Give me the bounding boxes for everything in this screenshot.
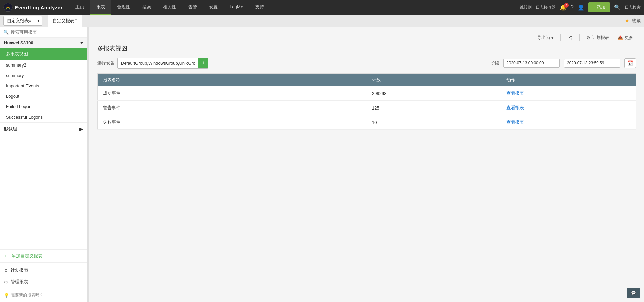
nav-menu: 主页 报表 合规性 搜索 相关性 告警 设置 LogMe 支持 — [69, 0, 520, 15]
report-table: 报表名称 计数 动作 成功事件 299298 查看报表 警告事件 125 — [97, 73, 636, 130]
nav-home[interactable]: 主页 — [69, 0, 90, 15]
export-label: 导出为 — [537, 35, 550, 41]
nav-reports[interactable]: 报表 — [90, 0, 111, 15]
sidebar-item-label: Logout — [6, 94, 19, 99]
date-from-input[interactable] — [503, 59, 560, 68]
sidebar-item-label: Failed Logon — [6, 104, 31, 109]
schedule-report-label: 计划报表 — [11, 267, 28, 273]
nav-correlation[interactable]: 相关性 — [157, 0, 182, 15]
export-icon: 📤 — [618, 35, 623, 40]
period-label: 阶段 — [491, 60, 499, 66]
view-report-link-0[interactable]: 查看报表 — [506, 91, 524, 96]
sidebar-item-successful-logons[interactable]: Successful Logons — [0, 112, 87, 122]
nav-logme[interactable]: LogMe — [224, 0, 249, 15]
secondary-bar: 自定义报表# ▾ 自定义报表# ★ 收藏 — [0, 15, 644, 27]
tip-label: 需要新的报表吗？ — [11, 292, 43, 298]
sidebar-section-huawei[interactable]: Huawei S3100 ▾ — [0, 38, 87, 48]
view-report-link-1[interactable]: 查看报表 — [506, 105, 524, 110]
sidebar-item-failed-logon[interactable]: Failed Logon — [0, 101, 87, 112]
page-title: 多报表视图 — [97, 44, 636, 52]
user-icon[interactable]: 👤 — [578, 4, 584, 11]
sidebar-item-logout[interactable]: Logout — [0, 91, 87, 101]
row-count: 125 — [367, 101, 501, 115]
date-to-input[interactable] — [564, 59, 620, 68]
jump-to-link[interactable]: 跳转到 — [520, 5, 532, 10]
logo[interactable]: EventLog Analyzer — [3, 3, 63, 12]
device-label: 选择设备 — [97, 60, 115, 66]
add-custom-report-link[interactable]: + + 添加自定义报表 — [4, 253, 83, 259]
sidebar-item-label: 多报表视图 — [6, 51, 28, 56]
main-layout: 🔍 Huawei S3100 ▾ 多报表视图 summary2 summary … — [0, 27, 644, 302]
schedule-label: 计划报表 — [592, 35, 609, 41]
table-row: 成功事件 299298 查看报表 — [98, 86, 636, 101]
top-navigation: EventLog Analyzer 主页 报表 合规性 搜索 相关性 告警 设置… — [0, 0, 644, 15]
toolbar-right: 阶段 📅 — [491, 58, 636, 68]
table-row: 失败事件 10 查看报表 — [98, 115, 636, 130]
row-action: 查看报表 — [501, 115, 636, 130]
log-search-label[interactable]: 日志搜索 — [625, 5, 641, 10]
plus-icon: + — [4, 254, 7, 259]
device-input-area: + — [117, 58, 208, 69]
col-count: 计数 — [367, 74, 501, 87]
tab-label: 自定义报表# — [53, 18, 77, 24]
col-action: 动作 — [501, 74, 636, 87]
sidebar-item-summary[interactable]: summary — [0, 70, 87, 81]
sidebar-item-label: summary — [6, 73, 24, 78]
export-button[interactable]: 导出为 ▾ — [534, 33, 556, 42]
manage-report-btn[interactable]: ⚙ 管理报表 — [4, 277, 83, 286]
help-icon[interactable]: ? — [571, 4, 574, 10]
sidebar: 🔍 Huawei S3100 ▾ 多报表视图 summary2 summary … — [0, 27, 87, 302]
add-button[interactable]: + 添加 — [588, 2, 610, 12]
active-tab[interactable]: 自定义报表# — [48, 15, 82, 27]
chevron-right-icon: ▶ — [79, 127, 83, 132]
sidebar-default-group[interactable]: 默认组 ▶ — [0, 122, 87, 135]
print-icon-button[interactable]: 🖨 — [565, 33, 575, 42]
calendar-icon-button[interactable]: 📅 — [624, 58, 636, 68]
sidebar-search-area: 🔍 — [0, 27, 87, 38]
nav-support[interactable]: 支持 — [249, 0, 270, 15]
sidebar-section-huawei-label: Huawei S3100 — [4, 40, 33, 45]
add-custom-report-label: + 添加自定义报表 — [8, 253, 42, 259]
dropdown-arrow-button[interactable]: ▾ — [35, 16, 42, 26]
star-icon[interactable]: ★ — [625, 17, 629, 24]
sidebar-search-icon: 🔍 — [3, 30, 9, 35]
notification-icon[interactable]: 🔔 3 — [560, 4, 567, 11]
table-body: 成功事件 299298 查看报表 警告事件 125 查看报表 失败事件 10 — [98, 86, 636, 130]
secondary-right-actions: ★ 收藏 — [625, 17, 641, 24]
divider2 — [579, 34, 580, 41]
nav-settings[interactable]: 设置 — [203, 0, 224, 15]
custom-report-label: 自定义报表# — [7, 18, 31, 24]
chevron-up-icon: ▾ — [80, 40, 83, 45]
nav-alerts[interactable]: 告警 — [182, 0, 203, 15]
table-header: 报表名称 计数 动作 — [98, 74, 636, 87]
nav-compliance[interactable]: 合规性 — [111, 0, 136, 15]
more-label: 更多 — [625, 35, 633, 41]
view-report-link-2[interactable]: 查看报表 — [506, 120, 524, 125]
sidebar-search-input[interactable] — [11, 30, 84, 35]
sidebar-item-important-events[interactable]: Important Events — [0, 81, 87, 91]
manage-report-label: 管理报表 — [11, 279, 28, 285]
device-add-button[interactable]: + — [198, 58, 208, 68]
sidebar-item-summary2[interactable]: summary2 — [0, 60, 87, 70]
row-name: 失败事件 — [98, 115, 367, 130]
search-icon[interactable]: 🔍 — [614, 4, 621, 10]
favorite-label[interactable]: 收藏 — [632, 18, 641, 24]
nav-search[interactable]: 搜索 — [136, 0, 157, 15]
log-collector-link[interactable]: 日志接收器 — [536, 5, 556, 10]
schedule-report-btn[interactable]: ⚙ 计划报表 — [4, 266, 83, 275]
sidebar-item-label: Successful Logons — [6, 115, 43, 120]
gear-schedule-icon: ⚙ — [4, 268, 8, 273]
device-input[interactable] — [118, 59, 198, 68]
divider — [560, 34, 561, 41]
sidebar-footer-buttons: ⚙ 计划报表 ⚙ 管理报表 — [0, 262, 87, 290]
export-chevron-icon: ▾ — [551, 35, 554, 40]
more-button[interactable]: 📤 更多 — [615, 33, 636, 42]
schedule-report-toolbar-btn[interactable]: ⚙ 计划报表 — [584, 33, 612, 42]
sidebar-item-multi-report[interactable]: 多报表视图 — [0, 48, 87, 60]
custom-report-dropdown[interactable]: 自定义报表# — [3, 16, 35, 26]
chat-button[interactable]: 💬 — [627, 288, 640, 298]
sidebar-item-label: Important Events — [6, 83, 39, 88]
default-group-label: 默认组 — [4, 126, 17, 132]
sidebar-tip: 💡 需要新的报表吗？ — [0, 290, 87, 302]
col-report-name: 报表名称 — [98, 74, 367, 87]
